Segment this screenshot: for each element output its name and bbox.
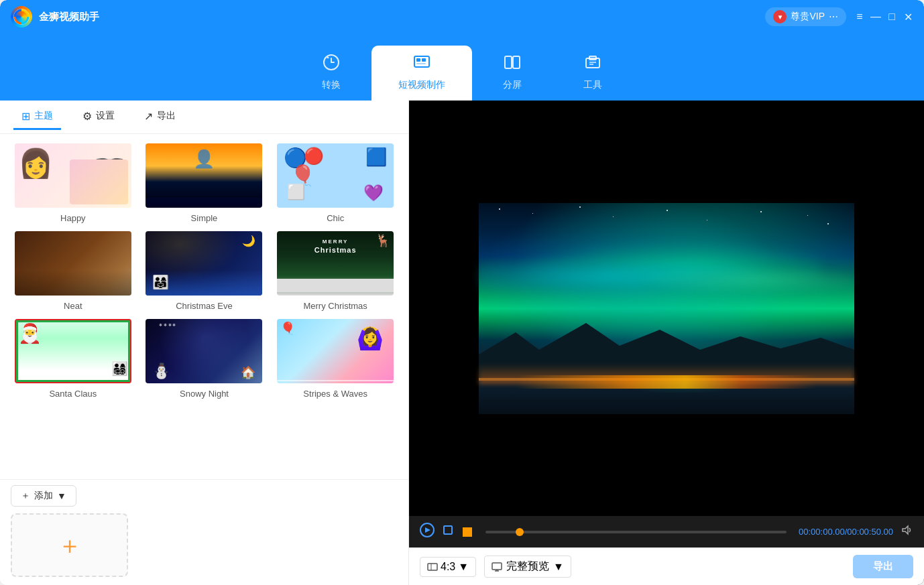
theme-item-happy[interactable]: 👩 🕶️ Happy <box>11 142 135 223</box>
left-tabs: ⊞ 主题 ⚙ 设置 ↗ 导出 <box>0 101 408 134</box>
tab-short-video[interactable]: 短视频制作 <box>371 46 472 101</box>
app-logo <box>11 6 32 27</box>
export-button[interactable]: 导出 <box>853 555 913 578</box>
minimize-button[interactable]: — <box>870 11 881 22</box>
app-title: 金狮视频助手 <box>39 11 99 23</box>
theme-item-merry-christmas[interactable]: MERRY Christmas 🦌 Merry Christmas <box>273 230 398 311</box>
play-button[interactable] <box>420 523 435 541</box>
split-screen-icon <box>504 54 521 75</box>
export-tab-icon: ↗ <box>144 110 153 123</box>
stop-button[interactable] <box>441 523 455 540</box>
menu-button[interactable]: ≡ <box>854 11 865 22</box>
svg-rect-5 <box>416 63 426 64</box>
add-label: 添加 <box>34 490 53 502</box>
tab-tools[interactable]: 工具 <box>553 46 633 101</box>
theme-thumb-santa-claus[interactable]: 🎅 👨‍👩‍👧‍👦 <box>13 318 133 385</box>
theme-thumb-simple[interactable]: 👤 <box>144 142 264 209</box>
add-plus-icon: ＋ <box>21 490 30 502</box>
left-tab-settings[interactable]: ⚙ 设置 <box>74 105 123 130</box>
export-tab-label: 导出 <box>157 110 176 122</box>
short-video-icon <box>413 54 430 75</box>
svg-rect-3 <box>416 58 420 62</box>
theme-thumb-snowy-night[interactable]: ⛄ 🏠 ❄ ❄ ❄ ❄ <box>144 318 264 385</box>
preview-mode-selector[interactable]: 完整预览 ▼ <box>484 556 571 578</box>
theme-thumb-neat[interactable] <box>13 230 133 297</box>
svg-rect-4 <box>422 58 426 62</box>
left-tab-export[interactable]: ↗ 导出 <box>136 105 184 130</box>
title-bar: 金狮视频助手 ▼ 尊贵VIP ⋯ ≡ — □ ✕ <box>0 0 924 34</box>
xmaseve-thumb-content: 🌙 👨‍👩‍👧 <box>146 231 262 296</box>
theme-grid-container: 👩 🕶️ Happy 👤 <box>0 134 408 479</box>
theme-label-christmas-eve: Christmas Eve <box>176 301 233 311</box>
add-media-item[interactable]: ＋ <box>11 513 128 577</box>
theme-thumb-stripes-waves[interactable]: 🙆‍♀️ 🎈 <box>276 318 395 385</box>
add-dropdown-icon: ▼ <box>57 491 66 501</box>
theme-thumb-happy[interactable]: 👩 🕶️ <box>13 142 133 209</box>
progress-bar[interactable] <box>485 531 787 533</box>
snowy-thumb-content: ⛄ 🏠 ❄ ❄ ❄ ❄ <box>146 319 262 383</box>
vip-icon: ▼ <box>773 10 787 23</box>
chic-thumb-content: 🔵 🔴 🟦 ⬜ 💜 🎈 <box>277 143 394 208</box>
theme-tab-label: 主题 <box>34 110 53 122</box>
tab-split-screen-label: 分屏 <box>503 79 522 91</box>
tab-split-screen[interactable]: 分屏 <box>472 46 553 101</box>
svg-rect-2 <box>414 56 429 67</box>
theme-label-santa-claus: Santa Claus <box>49 389 97 399</box>
theme-thumb-christmas-eve[interactable]: 🌙 👨‍👩‍👧 <box>144 230 264 297</box>
close-button[interactable]: ✕ <box>903 11 913 22</box>
theme-label-snowy-night: Snowy Night <box>180 389 229 399</box>
tools-icon <box>584 54 601 75</box>
tab-tools-label: 工具 <box>583 79 602 91</box>
theme-label-simple: Simple <box>191 213 218 223</box>
volume-icon[interactable] <box>900 523 913 540</box>
theme-label-chic: Chic <box>327 213 344 223</box>
ratio-value: 4:3 <box>441 561 455 573</box>
theme-thumb-chic[interactable]: 🔵 🔴 🟦 ⬜ 💜 🎈 <box>276 142 395 209</box>
export-controls: 4:3 ▼ 完整预览 ▼ 导出 <box>409 547 924 585</box>
vip-badge[interactable]: ▼ 尊贵VIP ⋯ <box>765 7 846 26</box>
theme-thumb-merry-christmas[interactable]: MERRY Christmas 🦌 <box>276 230 395 297</box>
theme-label-merry-christmas: Merry Christmas <box>303 301 367 311</box>
convert-icon <box>323 54 340 75</box>
ratio-icon <box>427 562 438 572</box>
svg-rect-19 <box>492 563 502 570</box>
theme-item-chic[interactable]: 🔵 🔴 🟦 ⬜ 💜 🎈 Chic <box>273 142 398 223</box>
player-controls: 00:00:00.00/00:00:50.00 <box>409 516 924 547</box>
svg-rect-6 <box>505 56 512 68</box>
theme-label-happy: Happy <box>60 213 86 223</box>
preview-mode-value: 完整预览 <box>506 560 549 574</box>
theme-item-santa-claus[interactable]: 🎅 👨‍👩‍👧‍👦 Santa Claus <box>11 318 135 399</box>
add-media-plus-icon: ＋ <box>58 533 82 558</box>
time-display: 00:00:00.00/00:00:50.00 <box>799 527 893 537</box>
recording-indicator <box>463 527 472 537</box>
stripes-thumb-content: 🙆‍♀️ 🎈 <box>277 319 394 383</box>
theme-tab-icon: ⊞ <box>21 110 30 123</box>
settings-tab-label: 设置 <box>96 110 115 122</box>
left-panel: ⊞ 主题 ⚙ 设置 ↗ 导出 👩 <box>0 101 409 585</box>
ratio-selector[interactable]: 4:3 ▼ <box>420 557 476 577</box>
ratio-dropdown-icon: ▼ <box>458 561 469 573</box>
settings-tab-icon: ⚙ <box>82 110 92 123</box>
theme-item-stripes-waves[interactable]: 🙆‍♀️ 🎈 Stripes & Waves <box>273 318 398 399</box>
left-tab-theme[interactable]: ⊞ 主题 <box>13 105 61 130</box>
title-bar-left: 金狮视频助手 <box>11 6 99 27</box>
theme-item-christmas-eve[interactable]: 🌙 👨‍👩‍👧 Christmas Eve <box>142 230 267 311</box>
theme-item-simple[interactable]: 👤 Simple <box>142 142 267 223</box>
add-media-grid: ＋ <box>11 513 398 577</box>
vip-label: 尊贵VIP <box>791 11 825 23</box>
right-panel: 00:00:00.00/00:00:50.00 4:3 ▼ <box>409 101 924 585</box>
tab-short-video-label: 短视频制作 <box>398 79 445 91</box>
video-preview <box>409 101 924 516</box>
theme-item-snowy-night[interactable]: ⛄ 🏠 ❄ ❄ ❄ ❄ Snowy Night <box>142 318 267 399</box>
title-bar-right: ▼ 尊贵VIP ⋯ ≡ — □ ✕ <box>765 7 913 26</box>
progress-indicator <box>516 528 524 536</box>
theme-label-neat: Neat <box>64 301 82 311</box>
bottom-add-bar: ＋ 添加 ▼ ＋ <box>0 479 408 585</box>
neat-thumb-content <box>15 231 131 296</box>
add-button[interactable]: ＋ 添加 ▼ <box>11 485 76 507</box>
monitor-icon <box>492 562 502 572</box>
tab-convert[interactable]: 转换 <box>291 46 371 101</box>
restore-button[interactable]: □ <box>886 11 897 22</box>
theme-label-stripes-waves: Stripes & Waves <box>303 389 367 399</box>
theme-item-neat[interactable]: Neat <box>11 230 135 311</box>
